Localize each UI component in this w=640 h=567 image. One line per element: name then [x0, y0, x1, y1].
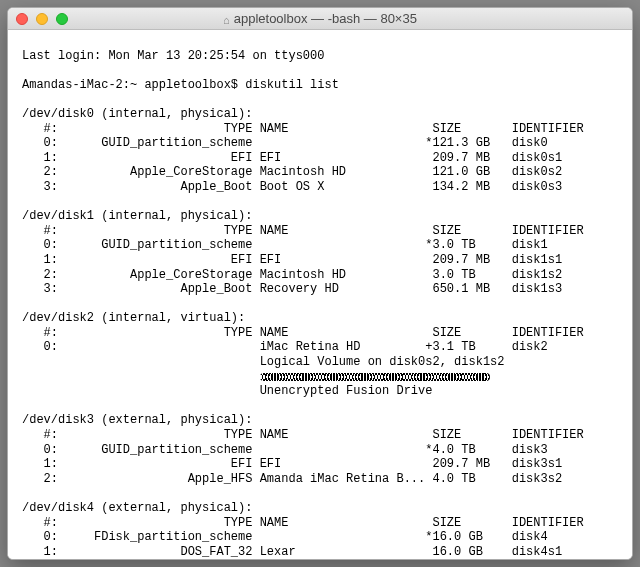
titlebar: ⌂appletoolbox — -bash — 80×35: [8, 8, 632, 30]
last-login-line: Last login: Mon Mar 13 20:25:54 on ttys0…: [22, 49, 626, 64]
disk-partition-row: 2: Apple_HFS Amanda iMac Retina B... 4.0…: [22, 472, 626, 487]
command-text: diskutil list: [245, 78, 339, 92]
disk-partition-row: 3: Apple_Boot Boot OS X 134.2 MB disk0s3: [22, 180, 626, 195]
diskutil-output: /dev/disk0 (internal, physical): #: TYPE…: [22, 107, 626, 559]
disk-device-line: /dev/disk3 (external, physical):: [22, 413, 626, 428]
disk-header-line: #: TYPE NAME SIZE IDENTIFIER: [22, 326, 626, 341]
maximize-icon[interactable]: [56, 13, 68, 25]
disk-device-line: /dev/disk4 (external, physical):: [22, 501, 626, 516]
blank-line: [22, 399, 626, 414]
disk-partition-row: 0: GUID_partition_scheme *4.0 TB disk3: [22, 443, 626, 458]
disk-partition-row: 1: EFI EFI 209.7 MB disk0s1: [22, 151, 626, 166]
close-icon[interactable]: [16, 13, 28, 25]
disk-partition-row: 0: FDisk_partition_scheme *16.0 GB disk4: [22, 530, 626, 545]
terminal-window: ⌂appletoolbox — -bash — 80×35 Last login…: [7, 7, 633, 560]
redacted-uuid-line: [22, 370, 626, 385]
disk-partition-row: 1: EFI EFI 209.7 MB disk1s1: [22, 253, 626, 268]
disk-header-line: #: TYPE NAME SIZE IDENTIFIER: [22, 428, 626, 443]
disk-partition-row: 0: GUID_partition_scheme *3.0 TB disk1: [22, 238, 626, 253]
prompt-host: Amandas-iMac-2:~ appletoolbox$: [22, 78, 245, 92]
minimize-icon[interactable]: [36, 13, 48, 25]
home-folder-icon: ⌂: [223, 14, 230, 26]
disk-header-line: #: TYPE NAME SIZE IDENTIFIER: [22, 516, 626, 531]
disk-header-line: #: TYPE NAME SIZE IDENTIFIER: [22, 122, 626, 137]
window-title-wrap: ⌂appletoolbox — -bash — 80×35: [8, 11, 632, 26]
disk-partition-row: 2: Apple_CoreStorage Macintosh HD 3.0 TB…: [22, 268, 626, 283]
disk-partition-row: 3: Apple_Boot Recovery HD 650.1 MB disk1…: [22, 282, 626, 297]
window-title: appletoolbox — -bash — 80×35: [234, 11, 417, 26]
redaction-scribble-icon: [260, 373, 490, 381]
blank-line: [22, 486, 626, 501]
disk-partition-row: 0: GUID_partition_scheme *121.3 GB disk0: [22, 136, 626, 151]
disk-device-line: /dev/disk1 (internal, physical):: [22, 209, 626, 224]
traffic-lights: [16, 13, 68, 25]
disk-partition-row: 1: DOS_FAT_32 Lexar 16.0 GB disk4s1: [22, 545, 626, 559]
blank-line: [22, 297, 626, 312]
prompt-line-1: Amandas-iMac-2:~ appletoolbox$ diskutil …: [22, 78, 626, 93]
disk-partition-row: 1: EFI EFI 209.7 MB disk3s1: [22, 457, 626, 472]
disk-partition-row: Logical Volume on disk0s2, disk1s2: [22, 355, 626, 370]
fusion-drive-line: Unencrypted Fusion Drive: [22, 384, 626, 399]
terminal-content[interactable]: Last login: Mon Mar 13 20:25:54 on ttys0…: [8, 30, 632, 559]
disk-device-line: /dev/disk2 (internal, virtual):: [22, 311, 626, 326]
blank-line: [22, 195, 626, 210]
disk-device-line: /dev/disk0 (internal, physical):: [22, 107, 626, 122]
disk-partition-row: 2: Apple_CoreStorage Macintosh HD 121.0 …: [22, 165, 626, 180]
disk-partition-row: 0: iMac Retina HD +3.1 TB disk2: [22, 340, 626, 355]
disk-header-line: #: TYPE NAME SIZE IDENTIFIER: [22, 224, 626, 239]
